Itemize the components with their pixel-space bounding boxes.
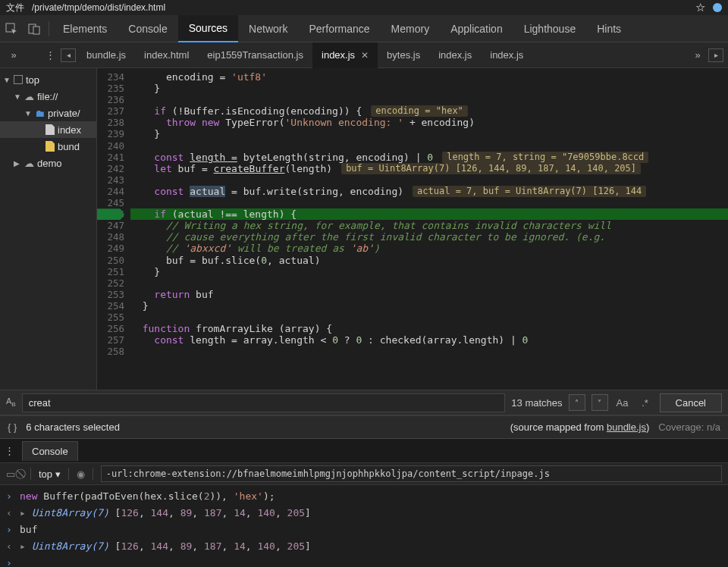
console-prompt[interactable]: › xyxy=(6,555,15,567)
inline-watch: actual = 7, buf = Uint8Array(7) [126, 14… xyxy=(413,186,646,197)
live-expression-icon[interactable]: ◉ xyxy=(77,468,85,480)
console-result: Uint8Array(7) [126, 144, 89, 187, 14, 14… xyxy=(32,505,311,522)
console-output[interactable]: ›new Buffer(padToEven(hex.slice(2)), 'he… xyxy=(0,485,728,567)
inline-watch: buf = Uint8Array(7) [126, 144, 89, 187, … xyxy=(341,163,641,174)
selection-status: 6 characters selected xyxy=(26,421,120,433)
tabs-overflow-icon[interactable]: » xyxy=(689,49,707,61)
more-options-icon[interactable]: ⋮ xyxy=(41,49,59,61)
search-input[interactable] xyxy=(22,393,506,412)
search-next-button[interactable]: ˅ xyxy=(592,394,608,411)
nav-item[interactable]: ▶☁ demo xyxy=(0,155,96,171)
file-tab[interactable]: bundle.js xyxy=(77,42,135,68)
nav-item[interactable]: ▼ top xyxy=(0,71,96,88)
nav-prev-icon[interactable]: ◂ xyxy=(61,49,76,62)
nav-next-icon[interactable]: ▸ xyxy=(708,49,723,62)
breakpoint-marker[interactable] xyxy=(97,208,124,220)
bookmark-star-icon[interactable]: ☆ xyxy=(695,1,705,14)
search-match-count: 13 matches xyxy=(511,397,562,409)
inspect-element-icon[interactable] xyxy=(0,15,23,42)
code-editor[interactable]: encoding = 'utf8' } if (!Buffer.isEncodi… xyxy=(130,68,728,390)
search-case-toggle[interactable]: Aa xyxy=(614,397,631,409)
file-tab[interactable]: index.js✕ xyxy=(312,42,378,68)
drawer-more-icon[interactable]: ⋮ xyxy=(5,445,14,456)
file-navigator[interactable]: ▼ top▼☁ file://▼🖿 private/ index bund▶☁ … xyxy=(0,68,97,390)
tab-sources[interactable]: Sources xyxy=(178,15,238,42)
drawer-tab-console[interactable]: Console xyxy=(22,441,78,461)
inline-watch: length = 7, string = "7e9059bbe.8ccd xyxy=(442,152,648,163)
overflow-more-icon[interactable]: » xyxy=(5,49,23,61)
file-tab[interactable]: index.html xyxy=(135,42,198,68)
account-avatar[interactable] xyxy=(713,3,722,12)
console-filter-input[interactable] xyxy=(101,465,722,482)
console-input-history: buf xyxy=(20,522,37,538)
address-label: 文件 xyxy=(6,2,24,14)
file-tab[interactable]: bytes.js xyxy=(378,42,429,68)
file-tab[interactable]: index.js xyxy=(481,42,532,68)
tab-hints[interactable]: Hints xyxy=(586,15,632,42)
coverage-status: Coverage: n/a xyxy=(658,421,720,433)
search-mode-icon[interactable]: AB xyxy=(6,396,16,408)
nav-item[interactable]: index xyxy=(0,121,96,138)
address-path: /private/tmp/demo/dist/index.html xyxy=(32,2,165,13)
tab-performance[interactable]: Performance xyxy=(298,15,380,42)
search-prev-button[interactable]: ˄ xyxy=(569,394,585,411)
tab-application[interactable]: Application xyxy=(440,15,513,42)
console-input-history: new Buffer(padToEven(hex.slice(2)), 'hex… xyxy=(20,488,275,505)
file-tab[interactable]: index.js xyxy=(429,42,481,68)
tab-console[interactable]: Console xyxy=(118,15,177,42)
tab-memory[interactable]: Memory xyxy=(381,15,441,42)
tab-network[interactable]: Network xyxy=(238,15,298,42)
source-mapped-label: (source mapped from bundle.js) xyxy=(510,421,650,433)
svg-rect-2 xyxy=(33,27,39,34)
source-map-link[interactable]: bundle.js xyxy=(607,421,646,433)
execution-context[interactable]: top ▾ xyxy=(39,468,61,480)
tab-elements[interactable]: Elements xyxy=(52,15,118,42)
search-regex-toggle[interactable]: .* xyxy=(637,397,654,409)
console-sidebar-toggle-icon[interactable]: ▭ xyxy=(6,468,15,480)
nav-item[interactable]: ▼🖿 private/ xyxy=(0,105,96,121)
pretty-print-icon[interactable]: { } xyxy=(8,421,17,433)
inline-watch: encoding = "hex" xyxy=(371,105,468,117)
line-gutter[interactable]: 2342352362372382392402412422432442452462… xyxy=(97,68,130,390)
file-tab[interactable]: eip1559Transaction.js xyxy=(198,42,312,68)
close-tab-icon[interactable]: ✕ xyxy=(361,50,369,61)
tab-lighthouse[interactable]: Lighthouse xyxy=(513,15,587,42)
nav-item[interactable]: bund xyxy=(0,138,96,155)
search-cancel-button[interactable]: Cancel xyxy=(660,393,722,412)
device-toolbar-icon[interactable] xyxy=(23,15,46,42)
console-result: Uint8Array(7) [126, 144, 89, 187, 14, 14… xyxy=(32,538,311,555)
nav-item[interactable]: ▼☁ file:// xyxy=(0,88,96,105)
